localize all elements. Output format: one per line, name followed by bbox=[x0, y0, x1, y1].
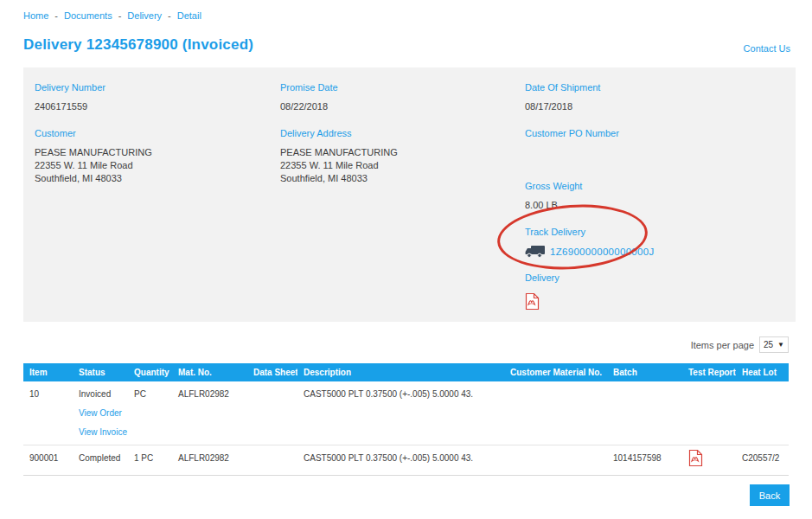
column-header: Status bbox=[73, 363, 128, 381]
delivery-pdf-icon[interactable] bbox=[525, 292, 540, 311]
customer-po-number-label: Customer PO Number bbox=[525, 128, 655, 138]
customer-po-number-field: Customer PO Number bbox=[525, 128, 655, 166]
cell-mat-no: ALFLR02982 bbox=[172, 445, 247, 476]
column-header: Item bbox=[23, 363, 73, 381]
breadcrumb-separator: - bbox=[168, 10, 171, 21]
breadcrumb-separator: - bbox=[118, 10, 122, 21]
cell-heat-lot: C20557/2 bbox=[736, 445, 789, 476]
delivery-document-label: Delivery bbox=[525, 272, 655, 283]
breadcrumb-item-home[interactable]: Home bbox=[23, 10, 48, 21]
cell-status: Completed bbox=[73, 445, 128, 476]
gross-weight-label: Gross Weight bbox=[525, 181, 655, 191]
customer-field: Customer PEASE MANUFACTURING 22355 W. 11… bbox=[35, 128, 152, 185]
column-header: Test Reports bbox=[682, 363, 736, 381]
column-header: Batch bbox=[607, 363, 682, 381]
cell-batch: 1014157598 bbox=[607, 445, 682, 476]
status-text: Invoiced bbox=[79, 389, 111, 399]
gross-weight-field: Gross Weight 8.00 LB bbox=[525, 181, 655, 212]
view-order-link[interactable]: View Order bbox=[79, 408, 125, 418]
track-delivery-field: Track Delivery 1Z690000000000000J bbox=[525, 227, 655, 258]
breadcrumb-item-detail[interactable]: Detail bbox=[177, 10, 201, 21]
breadcrumb-separator: - bbox=[54, 10, 58, 21]
breadcrumb-item-documents[interactable]: Documents bbox=[64, 10, 112, 21]
chevron-down-icon: ▼ bbox=[777, 341, 784, 349]
contact-us-link[interactable]: Contact Us bbox=[744, 43, 790, 54]
cell-test-reports bbox=[682, 445, 736, 476]
breadcrumb: Home-Documents-Delivery-Detail bbox=[23, 10, 201, 21]
cell-item: 10 bbox=[23, 381, 73, 445]
cell-description: CAST5000 PLT 0.37500 (+-.005) 5.0000 43. bbox=[297, 445, 504, 476]
delivery-detail-page: Home-Documents-Delivery-Detail Delivery … bbox=[0, 0, 812, 519]
column-header: Description bbox=[297, 363, 504, 381]
info-column-left: Delivery Number 2406171559 Customer PEAS… bbox=[35, 82, 152, 200]
column-header: Mat. No. bbox=[172, 363, 247, 381]
cell-test-reports bbox=[682, 381, 736, 445]
back-button[interactable]: Back bbox=[750, 484, 790, 506]
items-per-page-value: 25 bbox=[764, 340, 773, 349]
table-row: 900001Completed1 PCALFLR02982CAST5000 PL… bbox=[23, 445, 789, 476]
cell-customer-material-no bbox=[504, 381, 607, 445]
table-header-row: ItemStatusQuantityMat. No.Data SheetsDes… bbox=[23, 363, 789, 381]
truck-icon bbox=[525, 245, 546, 258]
promise-date-value: 08/22/2018 bbox=[280, 100, 398, 113]
delivery-number-field: Delivery Number 2406171559 bbox=[35, 82, 152, 113]
track-delivery-label: Track Delivery bbox=[525, 227, 655, 237]
info-column-right: Date Of Shipment 08/17/2018 Customer PO … bbox=[525, 82, 655, 329]
delivery-address-value: PEASE MANUFACTURING 22355 W. 11 Mile Roa… bbox=[280, 146, 398, 185]
delivery-number-value: 2406171559 bbox=[35, 100, 152, 113]
delivery-address-field: Delivery Address PEASE MANUFACTURING 223… bbox=[280, 128, 398, 185]
promise-date-label: Promise Date bbox=[280, 82, 398, 93]
items-per-page-control: Items per page 25 ▼ bbox=[691, 336, 789, 353]
tracking-number-link[interactable]: 1Z690000000000000J bbox=[550, 247, 655, 257]
column-header: Heat Lot bbox=[736, 363, 789, 381]
delivery-items-body: 10InvoicedView OrderView InvoicePCALFLR0… bbox=[23, 381, 789, 476]
delivery-address-label: Delivery Address bbox=[280, 128, 398, 138]
cell-mat-no: ALFLR02982 bbox=[172, 381, 247, 445]
promise-date-field: Promise Date 08/22/2018 bbox=[280, 82, 398, 113]
view-invoice-link[interactable]: View Invoice bbox=[79, 427, 125, 437]
cell-data-sheets bbox=[247, 381, 297, 445]
cell-quantity: PC bbox=[128, 381, 172, 445]
date-of-shipment-value: 08/17/2018 bbox=[525, 100, 655, 113]
customer-value: PEASE MANUFACTURING 22355 W. 11 Mile Roa… bbox=[35, 146, 152, 185]
cell-data-sheets bbox=[247, 445, 297, 476]
delivery-document-field: Delivery bbox=[525, 272, 655, 314]
customer-po-number-value bbox=[525, 146, 655, 166]
items-per-page-label: Items per page bbox=[691, 340, 754, 350]
items-per-page-select[interactable]: 25 ▼ bbox=[759, 336, 789, 353]
cell-customer-material-no bbox=[504, 445, 607, 476]
cell-item: 900001 bbox=[23, 445, 73, 476]
date-of-shipment-field: Date Of Shipment 08/17/2018 bbox=[525, 82, 655, 113]
info-column-middle: Promise Date 08/22/2018 Delivery Address… bbox=[280, 82, 398, 200]
delivery-info-panel: Delivery Number 2406171559 Customer PEAS… bbox=[23, 67, 796, 322]
breadcrumb-item-delivery[interactable]: Delivery bbox=[127, 10, 162, 21]
column-header: Customer Material No. bbox=[504, 363, 607, 381]
column-header: Quantity bbox=[128, 363, 172, 381]
page-title: Delivery 12345678900 (Invoiced) bbox=[23, 36, 253, 54]
date-of-shipment-label: Date Of Shipment bbox=[525, 82, 655, 93]
table-row: 10InvoicedView OrderView InvoicePCALFLR0… bbox=[23, 381, 789, 445]
customer-label: Customer bbox=[35, 128, 152, 138]
cell-heat-lot bbox=[736, 381, 789, 445]
cell-status: InvoicedView OrderView Invoice bbox=[73, 381, 128, 445]
delivery-items-table: ItemStatusQuantityMat. No.Data SheetsDes… bbox=[23, 363, 789, 476]
status-text: Completed bbox=[79, 453, 120, 463]
cell-batch bbox=[607, 381, 682, 445]
delivery-number-label: Delivery Number bbox=[35, 82, 152, 93]
pdf-icon[interactable] bbox=[688, 449, 703, 467]
cell-description: CAST5000 PLT 0.37500 (+-.005) 5.0000 43. bbox=[297, 381, 504, 445]
cell-quantity: 1 PC bbox=[128, 445, 172, 476]
column-header: Data Sheets bbox=[247, 363, 297, 381]
gross-weight-value: 8.00 LB bbox=[525, 199, 655, 212]
